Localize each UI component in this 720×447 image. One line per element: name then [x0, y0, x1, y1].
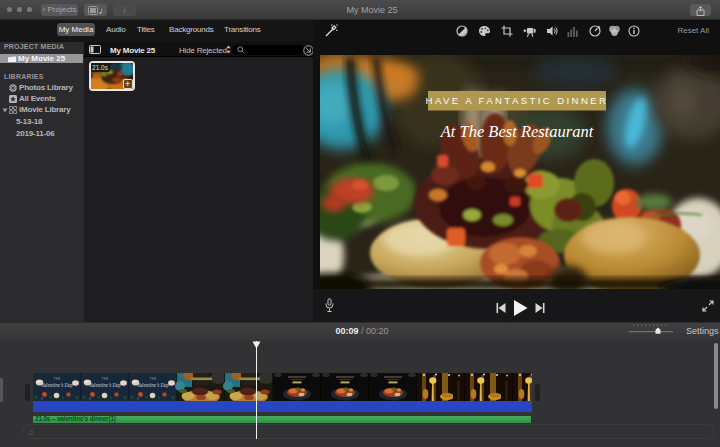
svg-text:At The Best Restaurant: At The Best Restaurant — [440, 122, 594, 141]
svg-text:HAVE A FANTASTIC DINNER: HAVE A FANTASTIC DINNER — [426, 95, 609, 106]
